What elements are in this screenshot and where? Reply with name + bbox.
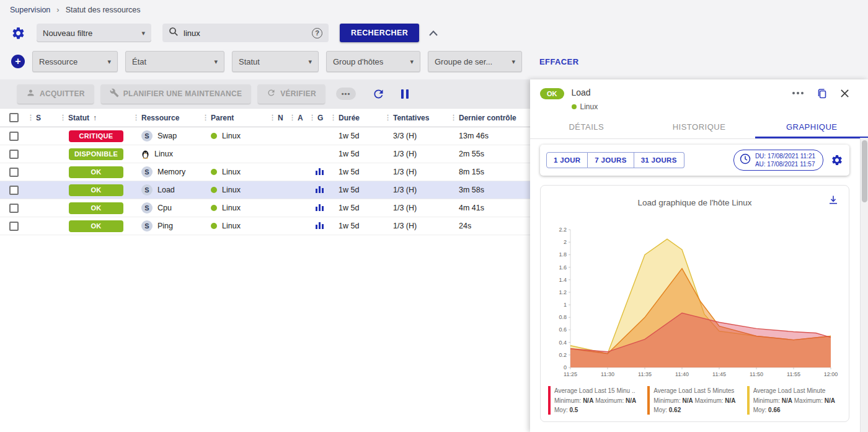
drag-handle-icon[interactable]: ⋮ [309, 114, 316, 122]
row-checkbox[interactable] [9, 168, 19, 177]
column-header-dernier-contrôle[interactable]: ⋮ Dernier contrôle [450, 114, 530, 122]
column-header-ressource[interactable]: ⋮ Ressource [133, 114, 202, 122]
help-icon[interactable]: ? [312, 28, 322, 38]
criteria-chip-ressource[interactable]: Ressource ▾ [32, 51, 118, 72]
table-row[interactable]: CRITIQUE SSwap Linux 1w 5d 3/3 (H) 13m 4… [0, 127, 530, 145]
legend-color-bar [548, 386, 551, 415]
table-row[interactable]: OK SPing Linux 1w 5d 1/3 (H) 24s [0, 217, 530, 235]
breadcrumb-supervision[interactable]: Supervision [10, 6, 50, 14]
period-button-7-jours[interactable]: 7 JOURS [588, 152, 634, 168]
legend-item[interactable]: Average Load Last 15 Minu .. Minimum: N/… [548, 386, 642, 415]
more-actions-button[interactable]: ••• [336, 88, 356, 100]
graph-icon[interactable] [316, 203, 324, 213]
chevron-down-icon: ▾ [107, 58, 111, 66]
graph-icon[interactable] [316, 167, 324, 177]
table-row[interactable]: DISPONIBLE Linux 1w 5d 1/3 (H) 2m 55s [0, 145, 530, 163]
svg-text:11:35: 11:35 [638, 371, 652, 377]
period-button-1-jour[interactable]: 1 JOUR [546, 152, 588, 168]
criteria-chip-groupe-de-ser-[interactable]: Groupe de ser... ▾ [428, 51, 522, 72]
download-icon[interactable] [828, 194, 839, 208]
svg-text:11:50: 11:50 [750, 371, 763, 377]
clear-filters-button[interactable]: EFFACER [539, 57, 578, 66]
legend-name: Average Load Last 15 Minu .. [554, 386, 636, 396]
legend-item[interactable]: Average Load Last 5 Minutes Minimum: N/A… [647, 386, 742, 415]
column-header-s[interactable]: ⋮ S [27, 114, 60, 122]
row-checkbox[interactable] [9, 150, 19, 159]
chevron-down-icon: ▾ [512, 58, 515, 66]
row-checkbox[interactable] [9, 204, 19, 213]
chevron-down-icon: ▾ [308, 58, 312, 66]
scrollbar-thumb[interactable] [862, 140, 867, 202]
drag-handle-icon[interactable]: ⋮ [330, 114, 337, 122]
drag-handle-icon[interactable]: ⋮ [269, 114, 276, 122]
copy-link-icon[interactable] [817, 88, 828, 99]
acknowledge-button[interactable]: ACQUITTER [17, 84, 94, 104]
row-checkbox[interactable] [9, 132, 19, 141]
select-all-checkbox[interactable] [0, 113, 27, 122]
column-header-statut[interactable]: ⋮ Statut ↑ [60, 114, 133, 122]
row-checkbox[interactable] [9, 186, 19, 195]
period-button-31-jours[interactable]: 31 JOURS [634, 152, 684, 168]
drag-handle-icon[interactable]: ⋮ [60, 114, 66, 122]
duration-cell: 1w 5d [330, 222, 384, 230]
panel-scrollbar[interactable] [860, 138, 868, 432]
column-header-g[interactable]: ⋮ G [309, 114, 330, 122]
saved-filter-select[interactable]: Nouveau filtre ▾ [37, 24, 151, 42]
tab-graphique[interactable]: GRAPHIQUE [755, 116, 868, 138]
duration-cell: 1w 5d [330, 186, 384, 194]
table-row[interactable]: OK SLoad Linux 1w 5d 1/3 (H) 3m 58s [0, 181, 530, 199]
resource-rows: CRITIQUE SSwap Linux 1w 5d 3/3 (H) 13m 4… [0, 127, 530, 235]
drag-handle-icon[interactable]: ⋮ [450, 114, 457, 122]
check-button[interactable]: VÉRIFIER [258, 84, 325, 104]
add-criteria-button[interactable]: + [11, 55, 25, 68]
graph-icon[interactable] [316, 221, 324, 231]
criteria-row: + Ressource ▾ État ▾ Statut ▾ Group d'hô… [11, 51, 854, 72]
load-graph[interactable]: 00.20.40.60.811.21.41.61.822.211:2511:30… [549, 223, 841, 382]
panel-parent: Linux [580, 102, 598, 111]
column-header-durée[interactable]: ⋮ Durée [330, 114, 384, 122]
criteria-chip-group-d-hôtes[interactable]: Group d'hôtes ▾ [326, 51, 420, 72]
criteria-chip-statut[interactable]: Statut ▾ [232, 51, 319, 72]
clock-icon [739, 153, 751, 168]
more-horiz-icon[interactable] [792, 91, 804, 95]
tab-détails[interactable]: DÉTAILS [530, 116, 643, 138]
search-box[interactable]: ? [162, 24, 329, 42]
drag-handle-icon[interactable]: ⋮ [289, 114, 296, 122]
column-header-a[interactable]: ⋮ A [289, 114, 309, 122]
chevron-up-icon[interactable] [429, 30, 438, 36]
drag-handle-icon[interactable]: ⋮ [27, 114, 34, 122]
listing-toolbar: ACQUITTER PLANIFIER UNE MAINTENANCE VÉRI… [0, 79, 530, 108]
drag-handle-icon[interactable]: ⋮ [384, 114, 391, 122]
table-row[interactable]: OK SMemory Linux 1w 5d 1/3 (H) 8m 15s [0, 163, 530, 181]
search-button[interactable]: RECHERCHER [340, 24, 419, 42]
saved-filter-value: Nouveau filtre [43, 29, 92, 38]
refresh-icon[interactable] [372, 88, 385, 101]
filter-settings-gear-icon[interactable] [11, 26, 25, 40]
last-check-cell: 3m 58s [450, 186, 530, 194]
close-icon[interactable] [840, 89, 849, 98]
legend-item[interactable]: Average Load Last Minute Minimum: N/A Ma… [747, 386, 841, 415]
table-row[interactable]: OK SCpu Linux 1w 5d 1/3 (H) 4m 41s [0, 199, 530, 217]
graph-settings-gear-icon[interactable] [831, 154, 843, 166]
criteria-chip-état[interactable]: État ▾ [125, 51, 224, 72]
column-header-tentatives[interactable]: ⋮ Tentatives [384, 114, 450, 122]
tab-historique[interactable]: HISTORIQUE [643, 116, 756, 138]
pause-icon[interactable] [401, 89, 409, 99]
date-range-pill[interactable]: DU: 17/08/2021 11:21 AU: 17/08/2021 11:5… [733, 150, 823, 171]
svg-text:2: 2 [563, 239, 566, 245]
drag-handle-icon[interactable]: ⋮ [202, 114, 209, 122]
column-header-n[interactable]: ⋮ N [269, 114, 289, 122]
search-input[interactable] [184, 29, 307, 38]
row-checkbox[interactable] [9, 222, 19, 231]
graph-icon[interactable] [316, 185, 324, 195]
drag-handle-icon[interactable]: ⋮ [133, 114, 140, 122]
breadcrumb-separator-icon: › [56, 5, 59, 14]
downtime-button[interactable]: PLANIFIER UNE MAINTENANCE [101, 84, 251, 104]
column-header-parent[interactable]: ⋮ Parent [202, 114, 269, 122]
breadcrumb: Supervision › Statut des ressources [0, 0, 868, 14]
parent-status-dot [211, 133, 217, 139]
legend-color-bar [747, 386, 750, 415]
svg-text:1.8: 1.8 [559, 251, 567, 258]
legend-color-bar [647, 386, 650, 415]
tries-cell: 1/3 (H) [384, 150, 450, 158]
